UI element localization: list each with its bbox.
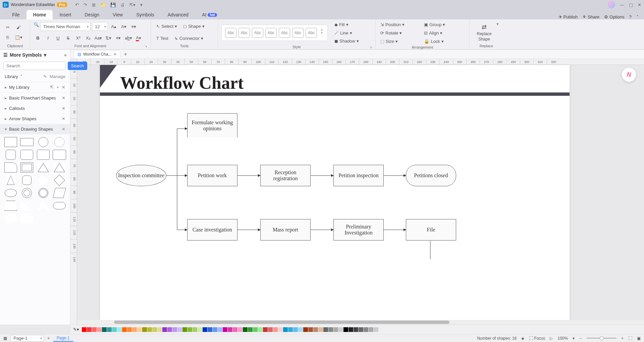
color-swatch[interactable] xyxy=(213,327,217,332)
color-picker-icon[interactable]: ✎▾ xyxy=(73,327,79,333)
color-swatch[interactable] xyxy=(87,327,92,332)
cut-icon[interactable]: ✂ xyxy=(3,23,12,32)
node-preliminary-investigation[interactable]: Preliminary Investigation xyxy=(333,219,384,241)
list-icon[interactable]: ≡▾ xyxy=(114,34,123,43)
section-callouts[interactable]: Callouts xyxy=(9,106,25,111)
font-color-icon[interactable]: A▾ xyxy=(134,34,143,43)
add-page-icon[interactable]: + xyxy=(47,336,50,341)
help-icon[interactable]: ? xyxy=(629,14,632,19)
color-swatch[interactable] xyxy=(177,327,182,332)
shape-rounded-sq[interactable] xyxy=(6,150,16,160)
color-swatch[interactable] xyxy=(328,327,333,332)
shape-circle2[interactable] xyxy=(54,137,64,147)
shape-right-tri[interactable] xyxy=(20,201,33,211)
copy-icon[interactable]: ⎘ xyxy=(3,33,12,42)
node-petitions-closed[interactable]: Petitions closed xyxy=(406,165,456,186)
close-section-4-icon[interactable]: ✕ xyxy=(62,127,65,132)
shape-arrow-shape[interactable] xyxy=(37,201,50,211)
color-swatch[interactable] xyxy=(107,327,112,332)
subscript-icon[interactable]: X₂ xyxy=(84,34,93,43)
highlight-icon[interactable]: ab̲▾ xyxy=(124,34,133,43)
color-swatch[interactable] xyxy=(243,327,248,332)
new-icon[interactable]: ⊞ xyxy=(92,2,96,7)
color-swatch[interactable] xyxy=(102,327,107,332)
print-icon[interactable]: 🖨 xyxy=(120,2,125,7)
style-swatch-1[interactable]: Abc xyxy=(225,28,236,38)
color-swatch[interactable] xyxy=(268,327,273,332)
rotate-button-arr[interactable]: ⟳ Rotate▾ xyxy=(379,30,421,36)
zoom-value[interactable]: 100% xyxy=(557,336,568,341)
format-painter-icon[interactable]: 🖌 xyxy=(14,23,23,32)
close-mylib-icon[interactable]: ✕ xyxy=(62,85,65,90)
focus-button[interactable]: ⛶ Focus xyxy=(529,336,545,341)
italic-icon[interactable]: I xyxy=(44,34,52,43)
avatar[interactable] xyxy=(608,1,615,8)
color-swatch[interactable] xyxy=(167,327,172,332)
play-icon[interactable]: ▷ xyxy=(550,336,553,341)
minimize-icon[interactable]: — xyxy=(620,2,624,7)
canvas-area[interactable]: -30-20-100102030405060708090100110120130… xyxy=(70,59,644,325)
horizontal-scrollbar[interactable] xyxy=(77,320,644,325)
fullscreen-icon[interactable]: ⛶ xyxy=(628,336,632,341)
lock-button[interactable]: 🔒 Lock▾ xyxy=(423,38,464,45)
increase-font-icon[interactable]: A▴ xyxy=(109,22,118,31)
color-swatch[interactable] xyxy=(203,327,207,332)
tab-home[interactable]: Home xyxy=(26,10,53,19)
color-swatch[interactable] xyxy=(223,327,227,332)
color-swatch[interactable] xyxy=(253,327,258,332)
style-swatch-3[interactable]: Abc xyxy=(252,28,263,38)
align-button[interactable]: ⊟ Align▾ xyxy=(423,30,464,36)
font-size-select[interactable]: 12 xyxy=(92,22,108,31)
superscript-icon[interactable]: X² xyxy=(74,34,83,43)
page-layout-icon[interactable]: ▦ xyxy=(3,336,7,341)
node-file[interactable]: File xyxy=(406,219,456,241)
text-tool[interactable]: T Text xyxy=(154,35,170,42)
shape-triangle[interactable] xyxy=(38,163,49,172)
color-swatch[interactable] xyxy=(313,327,318,332)
page-tab-1[interactable]: Page-1 xyxy=(53,335,73,342)
color-swatch[interactable] xyxy=(298,327,303,332)
shape-tag[interactable] xyxy=(20,213,33,223)
shape-diamond[interactable] xyxy=(54,175,65,186)
style-swatch-4[interactable]: Abc xyxy=(265,28,277,38)
color-swatch[interactable] xyxy=(273,327,278,332)
shape-rounded-rect2[interactable] xyxy=(37,150,50,160)
close-tab-icon[interactable]: ✕ xyxy=(113,52,117,57)
underline-icon[interactable]: U xyxy=(54,34,62,43)
color-swatch[interactable] xyxy=(92,327,97,332)
paste-icon[interactable]: 📋▾ xyxy=(14,33,23,42)
color-swatch[interactable] xyxy=(288,327,293,332)
color-swatch[interactable] xyxy=(112,327,117,332)
node-petition-inspection[interactable]: Petition inspection xyxy=(333,165,384,186)
shape-ellipse[interactable] xyxy=(5,189,17,197)
color-swatch[interactable] xyxy=(354,327,358,332)
shape-pill[interactable] xyxy=(53,202,66,209)
tab-ai[interactable]: AI hot xyxy=(195,10,224,19)
select-tool[interactable]: ↖ Select ▾ xyxy=(154,23,179,29)
shape-rounded-rect3[interactable] xyxy=(53,150,66,160)
color-swatch[interactable] xyxy=(248,327,253,332)
color-swatch[interactable] xyxy=(323,327,328,332)
shape-trapezoid[interactable] xyxy=(4,201,17,211)
shadow-button[interactable]: ◼ Shadow ▾ xyxy=(333,38,360,44)
style-swatch-2[interactable]: Abc xyxy=(238,28,250,38)
shape-hexagon[interactable] xyxy=(4,213,17,223)
color-swatch[interactable] xyxy=(208,327,212,332)
search-input[interactable] xyxy=(3,62,66,70)
add-icon[interactable]: + xyxy=(56,85,59,90)
fill-button[interactable]: ◆ Fill ▾ xyxy=(333,21,360,28)
color-swatch[interactable] xyxy=(238,327,243,332)
color-swatch[interactable] xyxy=(157,327,162,332)
shape-ring2[interactable] xyxy=(38,188,48,198)
shape-frame[interactable] xyxy=(20,162,33,173)
collapse-ribbon-icon[interactable]: ˄ xyxy=(636,14,639,19)
connector-tool[interactable]: ↳ Connector ▾ xyxy=(172,35,205,42)
style-up-icon[interactable]: ▴ xyxy=(321,28,324,31)
more-icon[interactable]: ▾ xyxy=(140,2,143,7)
color-swatch[interactable] xyxy=(303,327,308,332)
section-basic-drawing[interactable]: Basic Drawing Shapes xyxy=(9,127,53,132)
document-tab[interactable]: ▤ Workflow Cha... ✕ xyxy=(74,50,120,58)
line-spacing-icon[interactable]: ⇅▾ xyxy=(104,34,113,43)
tab-advanced[interactable]: Advanced xyxy=(161,10,195,19)
color-swatch[interactable] xyxy=(147,327,152,332)
